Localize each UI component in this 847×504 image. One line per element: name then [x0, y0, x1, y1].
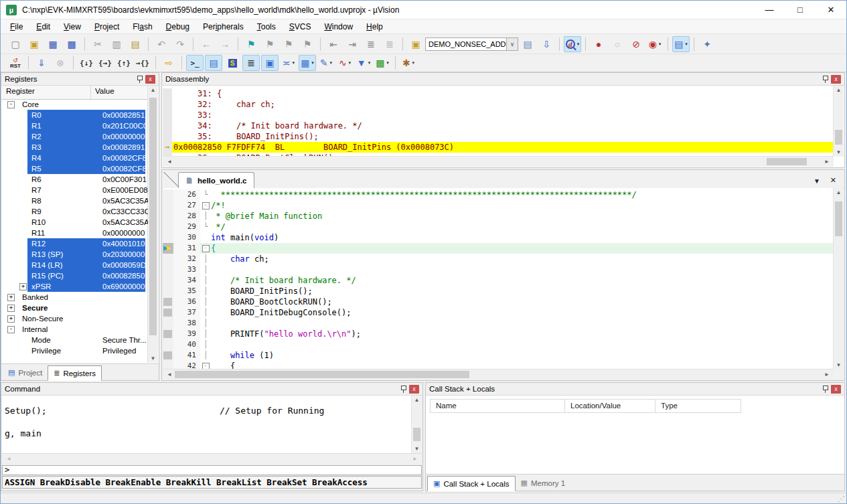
- menu-view[interactable]: View: [57, 19, 88, 34]
- disassembly-hscrollbar-thumb[interactable]: [767, 158, 807, 165]
- code-editor-content[interactable]: 26└ ************************************…: [163, 188, 834, 369]
- register-row[interactable]: +Non-Secure: [2, 313, 148, 324]
- scroll-up-icon[interactable]: ▲: [834, 87, 844, 93]
- tab-list-icon[interactable]: ▼: [814, 177, 820, 185]
- open-file-button[interactable]: ▣: [25, 36, 43, 52]
- editor-margin[interactable]: [163, 222, 173, 232]
- editor-hscrollbar-thumb[interactable]: [175, 371, 469, 378]
- run-to-cursor-button[interactable]: →{}: [134, 55, 151, 71]
- unindent-button[interactable]: ⇤: [325, 36, 342, 52]
- symbol-window-button[interactable]: S: [224, 55, 241, 71]
- scroll-down-icon[interactable]: ▼: [834, 149, 844, 155]
- step-into-button[interactable]: {↓}: [78, 55, 95, 71]
- register-row[interactable]: R110x00000000: [2, 228, 148, 238]
- register-row[interactable]: -Internal: [2, 324, 148, 335]
- target-select-combo[interactable]: DEMO_NONSEC_ADDRES: [425, 37, 507, 51]
- resize-grip[interactable]: ⋰: [838, 495, 845, 503]
- editor-margin[interactable]: [163, 211, 173, 222]
- close-icon[interactable]: x: [409, 385, 419, 394]
- value-column-label[interactable]: Value: [91, 86, 148, 99]
- window-layout-button[interactable]: ▤▾: [672, 36, 690, 52]
- bookmark-previous-button[interactable]: ⚑: [261, 36, 279, 52]
- close-icon[interactable]: x: [145, 75, 155, 84]
- editor-margin[interactable]: [163, 264, 173, 275]
- fold-collapse-icon[interactable]: -: [200, 243, 211, 254]
- indent-button[interactable]: ⇥: [343, 36, 361, 52]
- scroll-down-icon[interactable]: ▼: [834, 362, 844, 368]
- watch-window-button[interactable]: ≍▾: [280, 55, 297, 71]
- redo-button[interactable]: ↷: [171, 36, 189, 52]
- show-next-statement-button[interactable]: ⇨: [160, 55, 177, 71]
- disassembly-hscrollbar[interactable]: ◄ ►: [163, 156, 834, 167]
- menu-window[interactable]: Window: [317, 19, 360, 34]
- pin-icon[interactable]: [400, 386, 407, 393]
- tab-hello-world-c[interactable]: 🗎 hello_world.c: [178, 172, 254, 188]
- step-out-button[interactable]: {↑}: [115, 55, 133, 71]
- expand-icon[interactable]: +: [7, 315, 15, 323]
- command-output[interactable]: Setup(); // Setup for Runningg, main: [2, 396, 422, 454]
- maximize-button[interactable]: □: [785, 1, 816, 19]
- type-column-label[interactable]: Type: [656, 399, 741, 413]
- bookmark-next-button[interactable]: ⚑: [280, 36, 297, 52]
- memory-window-button[interactable]: ▦▾: [299, 55, 316, 71]
- minimize-button[interactable]: —: [754, 1, 785, 19]
- tab-call-stack-locals[interactable]: ▣Call Stack + Locals: [427, 476, 516, 491]
- editor-margin[interactable]: [163, 189, 173, 200]
- menu-svcs[interactable]: SVCS: [283, 19, 318, 34]
- command-input[interactable]: >: [2, 465, 422, 475]
- register-row[interactable]: +Banked: [2, 292, 148, 303]
- scroll-right-icon[interactable]: ►: [410, 454, 420, 464]
- register-row[interactable]: R10x201C00C0: [2, 120, 148, 131]
- expand-icon[interactable]: +: [19, 283, 27, 290]
- collapse-icon[interactable]: -: [7, 326, 15, 333]
- configure-tools-button[interactable]: ✦: [698, 36, 716, 52]
- register-row[interactable]: R00x00082851: [2, 110, 148, 120]
- fold-box-icon[interactable]: -: [202, 202, 210, 209]
- register-row[interactable]: R15 (PC)0x00082850: [2, 270, 148, 281]
- tab-project[interactable]: ▤Project: [3, 365, 48, 380]
- menu-tools[interactable]: Tools: [250, 19, 283, 34]
- register-row[interactable]: R80x5AC3C35A: [2, 195, 148, 206]
- options-for-target-button[interactable]: ▣: [407, 36, 425, 52]
- register-row[interactable]: R13 (SP)0x20300000: [2, 249, 148, 260]
- editor-margin[interactable]: [163, 200, 173, 211]
- registers-vscrollbar[interactable]: ▲ ▼: [147, 86, 158, 363]
- close-icon[interactable]: x: [831, 75, 841, 84]
- menu-help[interactable]: Help: [360, 19, 390, 34]
- undo-button[interactable]: ↶: [153, 36, 170, 52]
- download-to-flash-button[interactable]: ⇩: [538, 36, 555, 52]
- register-row[interactable]: R20x00000000: [2, 131, 148, 142]
- disassembly-vscrollbar[interactable]: ▲ ▼: [833, 86, 844, 157]
- tab-close-icon[interactable]: ✕: [830, 176, 836, 185]
- editor-margin[interactable]: [163, 254, 173, 264]
- editor-vscrollbar[interactable]: ▲ ▼: [833, 188, 844, 369]
- name-column-label[interactable]: Name: [430, 399, 565, 413]
- disassembly-vscrollbar-thumb[interactable]: [835, 130, 842, 145]
- disable-all-breakpoints-button[interactable]: ◉▾: [646, 36, 664, 52]
- expand-icon[interactable]: +: [7, 294, 15, 301]
- disassembly-content[interactable]: 31: { 32: char ch; 33: 34: /* Init board…: [163, 86, 834, 157]
- editor-margin[interactable]: [163, 339, 173, 350]
- toggle-breakpoint-button[interactable]: ●: [590, 36, 607, 52]
- serial-window-button[interactable]: ✎▾: [317, 55, 335, 71]
- uncomment-selection-button[interactable]: ≣: [381, 36, 398, 52]
- bookmark-clear-all-button[interactable]: ⚑: [299, 36, 316, 52]
- scroll-up-icon[interactable]: ▲: [148, 87, 158, 93]
- collapse-icon[interactable]: -: [7, 101, 15, 108]
- editor-hscrollbar[interactable]: ◄ ►: [163, 369, 834, 380]
- command-vscrollbar[interactable]: ▲ ▼: [411, 396, 422, 453]
- command-vscrollbar-thumb[interactable]: [413, 428, 420, 441]
- scroll-down-icon[interactable]: ▼: [412, 446, 422, 452]
- save-file-button[interactable]: ▦: [44, 36, 62, 52]
- register-row[interactable]: +Secure: [2, 303, 148, 313]
- scroll-down-icon[interactable]: ▼: [148, 355, 158, 361]
- pin-icon[interactable]: [822, 76, 829, 83]
- scroll-left-icon[interactable]: ◄: [164, 157, 175, 167]
- target-select-dropdown-icon[interactable]: ∨: [506, 37, 518, 51]
- editor-margin[interactable]: [163, 275, 173, 286]
- kill-all-breakpoints-button[interactable]: ⊘: [627, 36, 645, 52]
- enable-disable-breakpoint-button[interactable]: ○: [609, 36, 626, 52]
- debug-toolbox-button[interactable]: ✱▾: [400, 55, 417, 71]
- new-file-button[interactable]: ▢: [7, 36, 24, 52]
- editor-margin[interactable]: [163, 318, 173, 329]
